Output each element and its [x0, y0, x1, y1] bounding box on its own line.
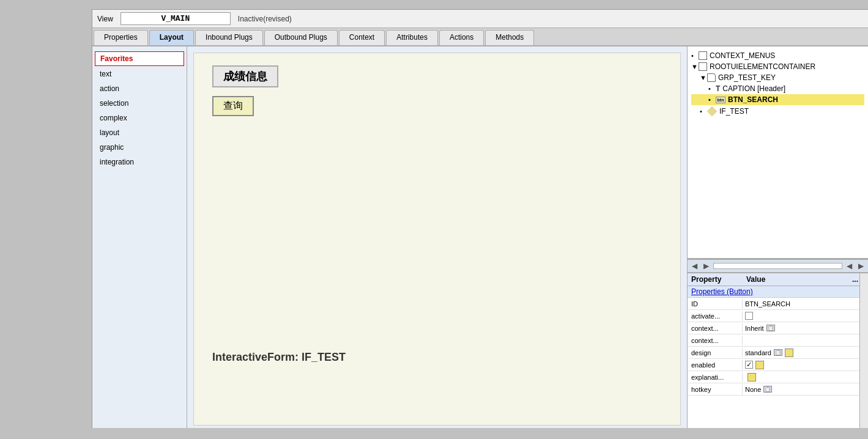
prop-header-property: Property: [691, 275, 746, 284]
tab-actions[interactable]: Actions: [439, 30, 484, 45]
tab-outbound-plugs[interactable]: Outbound Plugs: [264, 30, 338, 45]
prop-book-icon-2[interactable]: 📋: [766, 325, 775, 331]
prop-value-4: standard📋: [743, 347, 868, 358]
tree-icon-context-menus: [699, 51, 707, 60]
tree-scroll-bar[interactable]: [713, 263, 842, 269]
sidebar-item-selection[interactable]: selection: [95, 97, 184, 110]
right-panel: •CONTEXT_MENUS▼ROOTUIELEMENTCONTAINER▼GR…: [688, 46, 868, 428]
prop-name-3: context...: [688, 336, 743, 345]
tree-nav-right[interactable]: ▶: [702, 262, 711, 270]
prop-checkbox-checked-5[interactable]: ✓: [745, 361, 753, 369]
canvas-caption: 成绩信息: [212, 65, 278, 87]
prop-row-5: enabled✓: [688, 359, 868, 371]
canvas-area: 成绩信息 查询 InteractiveForm: IF_TEST: [187, 46, 688, 428]
window-status: Inactive(revised): [238, 15, 292, 23]
tree-area: •CONTEXT_MENUS▼ROOTUIELEMENTCONTAINER▼GR…: [688, 46, 868, 259]
prop-row-7: hotkeyNone📋: [688, 383, 868, 396]
tree-icon-grp-test-key: [707, 73, 716, 82]
prop-row-3: context...: [688, 334, 868, 347]
sidebar-item-text[interactable]: text: [95, 67, 184, 81]
prop-section-label[interactable]: Properties (Button): [688, 286, 868, 298]
sidebar-item-complex[interactable]: complex: [95, 111, 184, 125]
tab-methods[interactable]: Methods: [485, 30, 534, 45]
prop-value-text-0: BTN_SEARCH: [745, 300, 790, 308]
prop-name-1: activate...: [688, 311, 743, 321]
prop-checkbox-1[interactable]: [745, 312, 753, 320]
prop-row-6: explanati...: [688, 371, 868, 383]
prop-header: PropertyValue...: [688, 273, 868, 286]
tree-label-grp-test-key: GRP_TEST_KEY: [718, 73, 776, 82]
tabs-bar: PropertiesLayoutInbound PlugsOutbound Pl…: [92, 28, 868, 46]
tree-nav-bar: ◀ ▶ ◀ ▶: [688, 259, 868, 273]
prop-value-3: [743, 339, 868, 342]
prop-name-2: context...: [688, 323, 743, 333]
prop-value-text-2: Inherit: [745, 325, 764, 332]
tree-item-context-menus[interactable]: •CONTEXT_MENUS: [691, 50, 864, 61]
tab-inbound-plugs[interactable]: Inbound Plugs: [195, 30, 263, 45]
tree-label-context-menus: CONTEXT_MENUS: [710, 51, 775, 60]
prop-name-5: enabled: [688, 360, 743, 370]
tab-properties[interactable]: Properties: [94, 30, 148, 45]
tree-bullet-caption: •: [708, 85, 713, 92]
tab-attributes[interactable]: Attributes: [386, 30, 438, 45]
prop-value-5: ✓: [743, 360, 868, 371]
sidebar-item-layout[interactable]: layout: [95, 126, 184, 139]
tree-nav-right2[interactable]: ◀: [845, 262, 854, 270]
prop-row-0: IDBTN_SEARCH: [688, 298, 868, 310]
tab-layout[interactable]: Layout: [149, 30, 194, 45]
canvas-inner: 成绩信息 查询 InteractiveForm: IF_TEST: [193, 53, 681, 426]
sidebar-item-graphic[interactable]: graphic: [95, 141, 184, 154]
prop-book-icon-4[interactable]: 📋: [774, 349, 782, 356]
tree-label-if-test: IF_TEST: [719, 107, 749, 116]
tree-item-if-test[interactable]: •IF_TEST: [691, 105, 864, 117]
prop-row-1: activate...: [688, 310, 868, 322]
tree-icon-if-test: [707, 106, 717, 116]
prop-value-text-4: standard: [745, 349, 771, 356]
prop-name-0: ID: [688, 299, 743, 309]
tree-bullet-root-container: ▼: [691, 63, 696, 70]
prop-book-icon-7[interactable]: 📋: [763, 386, 772, 393]
tree-nav-right3[interactable]: ▶: [856, 262, 866, 270]
tab-context[interactable]: Context: [339, 30, 385, 45]
prop-value-6: [743, 372, 868, 383]
tree-label-btn-search: BTN_SEARCH: [728, 95, 778, 104]
tree-item-btn-search[interactable]: •btnBTN_SEARCH: [691, 94, 864, 105]
tree-icon-caption: T: [716, 84, 720, 93]
prop-value-7: None📋: [743, 385, 868, 394]
tree-bullet-if-test: •: [700, 108, 705, 115]
prop-name-6: explanati...: [688, 372, 743, 382]
sidebar: Favoritestextactionselectioncomplexlayou…: [92, 46, 187, 428]
tree-bullet-context-menus: •: [691, 52, 696, 59]
prop-row-4: designstandard📋: [688, 347, 868, 359]
tree-item-caption[interactable]: •TCAPTION [Header]: [691, 83, 864, 94]
prop-header-value: Value: [746, 275, 852, 284]
sidebar-item-integration[interactable]: integration: [95, 155, 184, 169]
sidebar-item-action[interactable]: action: [95, 82, 184, 95]
view-label: View: [97, 15, 113, 23]
tree-bullet-btn-search: •: [708, 96, 713, 103]
tree-bullet-grp-test-key: ▼: [700, 74, 705, 81]
main-window: View V_MAIN Inactive(revised) Properties…: [92, 9, 868, 428]
tree-item-root-container[interactable]: ▼ROOTUIELEMENTCONTAINER: [691, 61, 864, 72]
tree-label-caption: CAPTION [Header]: [722, 84, 785, 93]
prop-color-square-5[interactable]: [755, 361, 764, 369]
prop-name-4: design: [688, 348, 743, 358]
properties-area: PropertyValue...Properties (Button)IDBTN…: [688, 273, 868, 428]
canvas-button[interactable]: 查询: [212, 96, 254, 116]
prop-color-square-6[interactable]: [747, 373, 756, 382]
top-bar: View V_MAIN Inactive(revised): [92, 10, 868, 28]
content-area: Favoritestextactionselectioncomplexlayou…: [92, 46, 868, 428]
prop-value-0: BTN_SEARCH: [743, 299, 868, 309]
prop-name-7: hotkey: [688, 385, 743, 394]
tree-item-grp-test-key[interactable]: ▼GRP_TEST_KEY: [691, 72, 864, 83]
sidebar-item-favorites[interactable]: Favorites: [95, 51, 184, 66]
tree-icon-root-container: [699, 62, 707, 71]
tree-icon-btn-search: btn: [716, 97, 725, 103]
tree-nav-left[interactable]: ◀: [690, 262, 699, 270]
prop-scrollbar[interactable]: [859, 273, 868, 428]
prop-color-square-4[interactable]: [785, 349, 793, 357]
prop-row-2: context...Inherit📋: [688, 322, 868, 334]
tree-label-root-container: ROOTUIELEMENTCONTAINER: [710, 62, 815, 71]
prop-value-text-7: None: [745, 386, 761, 393]
prop-value-1: [743, 311, 868, 321]
